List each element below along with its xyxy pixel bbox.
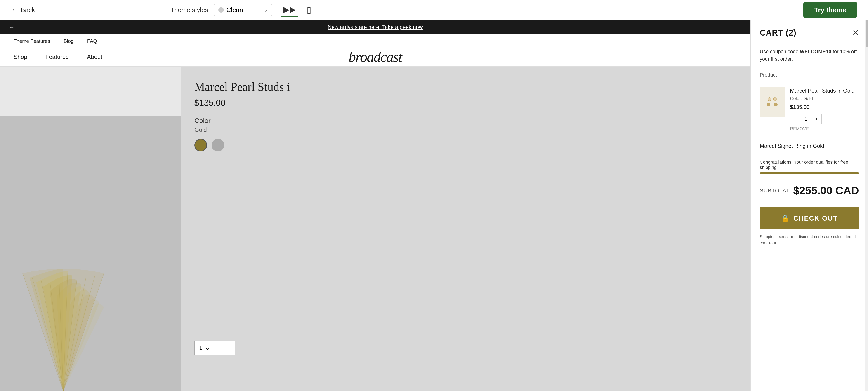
quantity-decrease-button[interactable]: − — [790, 114, 800, 124]
color-swatches — [194, 139, 737, 151]
nav-main: Shop Featured About broadcast — [0, 48, 750, 66]
product-color-label: Color — [194, 117, 737, 124]
cart-title: CART (2) — [760, 28, 796, 37]
cart-coupon: Use coupon code WELCOME10 for 10% off yo… — [751, 42, 868, 68]
checkout-button[interactable]: 🔒 CHECK OUT — [760, 207, 859, 229]
color-swatch-gold[interactable] — [194, 139, 207, 151]
color-swatch-silver[interactable] — [212, 139, 224, 151]
quantity-increase-button[interactable]: + — [811, 114, 822, 124]
cart-item-1-price: $135.00 — [790, 104, 859, 110]
style-name: Clean — [226, 6, 243, 13]
cart-coupon-code: WELCOME10 — [800, 49, 831, 54]
quantity-value: 1 — [199, 344, 202, 352]
cart-shipping: Congratulations! Your order qualifies fo… — [751, 155, 868, 179]
pearl-studs-icon — [765, 95, 779, 109]
cart-coupon-text: Use coupon code — [760, 49, 800, 54]
scrollbar-thumb[interactable] — [866, 20, 868, 47]
cart-product-header: Product — [751, 68, 868, 82]
shipping-progress-bar — [760, 172, 859, 174]
mobile-view-icon[interactable]: ▯ — [305, 3, 313, 17]
back-label: Back — [21, 6, 35, 13]
quantity-row: 1 ⌄ — [181, 341, 750, 355]
cart-header: CART (2) ✕ — [751, 20, 868, 42]
quantity-select[interactable]: 1 ⌄ — [194, 341, 235, 355]
product-title: Marcel Pearl Studs i — [194, 80, 737, 93]
style-dot-icon — [218, 7, 224, 13]
cart-item-1-quantity: − 1 + — [790, 114, 822, 124]
checkout-label: CHECK OUT — [794, 215, 838, 222]
cart-item-1-info: Marcel Pearl Studs in Gold Color: Gold $… — [790, 87, 859, 131]
desktop-view-icon[interactable]: ▶▶ — [281, 3, 298, 17]
cart-item-2-name: Marcel Signet Ring in Gold — [760, 142, 859, 149]
preview-area: ← New arrivals are here! Take a peek now… — [0, 20, 750, 391]
nav-shop[interactable]: Shop — [13, 53, 27, 60]
topbar: ← Back Theme styles Clean ⌄ ▶▶ ▯ Try the… — [0, 0, 868, 20]
announcement-prev-arrow[interactable]: ← — [9, 24, 14, 30]
nav-about[interactable]: About — [87, 53, 102, 60]
cart-item-1-color: Color: Gold — [790, 96, 859, 101]
product-price: $135.00 — [194, 98, 737, 108]
theme-style-dropdown[interactable]: Clean ⌄ — [214, 4, 272, 16]
cart-subtotal: SUBTOTAL $255.00 CAD — [751, 179, 868, 202]
cart-item-1-image — [760, 87, 784, 117]
product-color-value: Gold — [194, 126, 737, 133]
chevron-down-icon: ⌄ — [264, 7, 268, 13]
nav-featured[interactable]: Featured — [45, 53, 69, 60]
cart-item-1: Marcel Pearl Studs in Gold Color: Gold $… — [751, 82, 868, 137]
nav-theme-features[interactable]: Theme Features — [13, 38, 50, 44]
nav-blog[interactable]: Blog — [64, 38, 73, 44]
cart-shipping-text: Congratulations! Your order qualifies fo… — [760, 160, 859, 170]
cart-close-button[interactable]: ✕ — [852, 28, 859, 37]
brand-name: broadcast — [348, 49, 402, 65]
quantity-chevron-icon: ⌄ — [205, 344, 210, 352]
device-icons: ▶▶ ▯ — [281, 3, 313, 17]
subtotal-label: SUBTOTAL — [760, 188, 789, 194]
try-theme-button[interactable]: Try theme — [803, 2, 857, 18]
announcement-bar: ← New arrivals are here! Take a peek now — [0, 20, 750, 34]
cart-item-1-remove-button[interactable]: REMOVE — [790, 127, 859, 131]
cart-item-1-name: Marcel Pearl Studs in Gold — [790, 87, 859, 94]
nav-top: Theme Features Blog FAQ — [0, 34, 750, 48]
shipping-progress-fill — [760, 172, 859, 174]
decorative-fan-icon — [18, 260, 118, 391]
nav-faq[interactable]: FAQ — [87, 38, 97, 44]
cart-item-1-qty-value: 1 — [800, 114, 811, 124]
cart-panel: CART (2) ✕ Use coupon code WELCOME10 for… — [750, 20, 868, 391]
lock-icon: 🔒 — [781, 214, 790, 222]
cart-item-2: Marcel Signet Ring in Gold — [751, 137, 868, 155]
checkout-note: Shipping, taxes, and discount codes are … — [751, 234, 868, 251]
scrollbar[interactable] — [865, 20, 868, 391]
subtotal-amount: $255.00 CAD — [793, 184, 859, 197]
announcement-text: New arrivals are here! Take a peek now — [328, 24, 423, 30]
theme-styles-label: Theme styles — [170, 6, 208, 13]
back-button[interactable]: ← Back — [11, 6, 35, 14]
back-arrow-icon: ← — [11, 6, 18, 14]
